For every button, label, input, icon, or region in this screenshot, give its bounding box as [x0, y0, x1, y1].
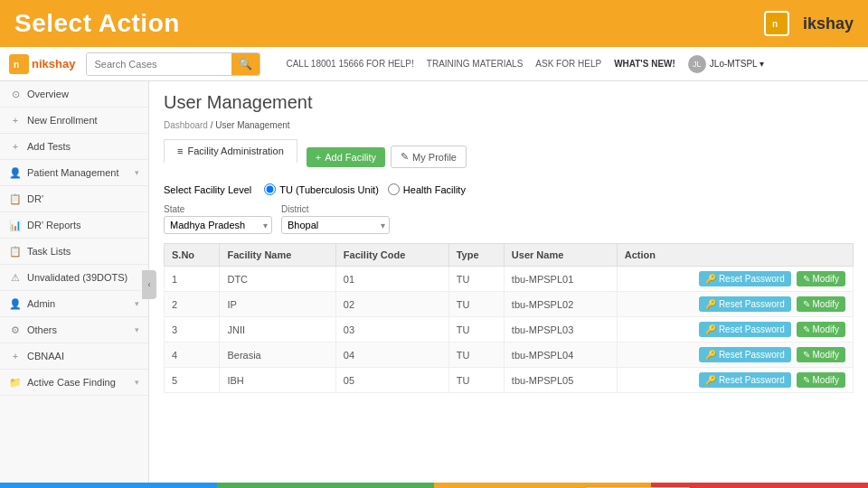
cell-facility-name: IP [220, 292, 335, 317]
modify-button[interactable]: ✎ Modify [797, 347, 845, 362]
sidebar-item-new-enrollment[interactable]: + New Enrollment [0, 108, 148, 134]
cell-sno: 5 [165, 368, 220, 393]
breadcrumb: Dashboard / User Management [164, 120, 854, 130]
sidebar-item-dr-reports[interactable]: 📊 DR' Reports [0, 212, 148, 239]
modify-button[interactable]: ✎ Modify [797, 296, 845, 312]
sidebar-collapse-button[interactable]: ‹ [142, 270, 156, 299]
user-menu[interactable]: JL JLo-MTSPL ▾ [688, 55, 764, 73]
modify-button[interactable]: ✎ Modify [797, 322, 845, 337]
sidebar-item-cbnaai[interactable]: + CBNAAI [0, 343, 148, 370]
district-select[interactable]: Bhopal [281, 216, 390, 234]
table-header-row: S.No Facility Name Facility Code Type Us… [165, 244, 854, 267]
dr-icon: 📋 [9, 192, 22, 205]
sidebar-label-admin: Admin [27, 298, 129, 309]
col-facility-name: Facility Name [220, 244, 335, 267]
sidebar-label-dr: DR' [27, 193, 139, 204]
nav-bar: n nikshay 🔍 CALL 18001 15666 FOR HELP! T… [0, 47, 868, 81]
radio-hf-input[interactable] [388, 183, 400, 195]
overview-icon: ⊙ [9, 88, 22, 100]
sidebar-label-active-case: Active Case Finding [27, 377, 129, 388]
facility-level-row: Select Facility Level TU (Tuberculosis U… [164, 183, 854, 195]
add-facility-label: Add Facility [325, 152, 376, 163]
user-label: JLo-MTSPL ▾ [710, 59, 764, 69]
page-title: User Management [164, 92, 854, 113]
nav-links: CALL 18001 15666 FOR HELP! TRAINING MATE… [286, 55, 859, 73]
search-button[interactable]: 🔍 [231, 53, 259, 75]
sidebar-item-unvalidated[interactable]: ⚠ Unvalidated (39DOTS) [0, 265, 148, 291]
state-label: State [164, 204, 272, 214]
radio-tu[interactable]: TU (Tuberculosis Unit) [264, 183, 379, 195]
top-banner: Select Action n nikshay [0, 0, 868, 47]
col-user-name: User Name [504, 244, 617, 267]
cell-sno: 4 [165, 343, 220, 368]
cell-action: 🔑 Reset Password ✎ Modify [617, 317, 853, 343]
svg-text:n: n [14, 60, 19, 70]
reset-password-button[interactable]: 🔑 Reset Password [699, 271, 791, 286]
cell-facility-name: DTC [220, 267, 335, 292]
warning-icon: ⚠ [9, 271, 22, 284]
tab-actions: + Add Facility ✎ My Profile [307, 145, 467, 168]
table-wrapper: S.No Facility Name Facility Code Type Us… [164, 243, 854, 393]
reset-password-button[interactable]: 🔑 Reset Password [699, 296, 791, 312]
sidebar-item-admin[interactable]: 👤 Admin ▾ [0, 291, 148, 317]
patient-icon: 👤 [9, 166, 22, 179]
sidebar-item-patient-management[interactable]: 👤 Patient Management ▾ [0, 160, 148, 186]
filter-row: State Madhya Pradesh District Bhopal [164, 204, 854, 234]
sidebar-item-overview[interactable]: ⊙ Overview [0, 81, 148, 108]
nav-logo-icon: n [9, 54, 29, 74]
reset-password-button[interactable]: 🔑 Reset Password [699, 322, 791, 337]
ask-link[interactable]: ASK FOR HELP [535, 59, 601, 69]
cell-sno: 2 [165, 292, 220, 317]
sidebar-item-active-case[interactable]: 📁 Active Case Finding ▾ [0, 370, 148, 396]
cell-action: 🔑 Reset Password ✎ Modify [617, 267, 853, 292]
tab-facility-administration[interactable]: ≡ Facility Administration [164, 139, 297, 164]
reset-password-button[interactable]: 🔑 Reset Password [699, 372, 791, 388]
table-head: S.No Facility Name Facility Code Type Us… [165, 244, 854, 267]
sidebar-item-dr[interactable]: 📋 DR' [0, 186, 148, 212]
facility-level-label: Select Facility Level [164, 184, 251, 195]
cell-user-name: tbu-MPSPL04 [504, 343, 617, 368]
bottom-bar [0, 483, 868, 488]
state-select-wrapper: Madhya Pradesh [164, 216, 272, 234]
modify-button[interactable]: ✎ Modify [797, 271, 845, 286]
search-container: 🔍 [86, 52, 260, 76]
reset-password-button[interactable]: 🔑 Reset Password [699, 347, 791, 362]
content-area: User Management Dashboard / User Managem… [149, 81, 868, 488]
table-row: 5 IBH 05 TU tbu-MPSPL05 🔑 Reset Password… [165, 368, 854, 393]
add-facility-button[interactable]: + Add Facility [307, 147, 385, 167]
radio-hf-label: Health Facility [403, 184, 466, 195]
sidebar-item-others[interactable]: ⚙ Others ▾ [0, 317, 148, 343]
whats-new-link[interactable]: WHAT'S NEW! [614, 59, 675, 69]
sidebar-label-cbnaai: CBNAAI [27, 351, 139, 361]
admin-icon: 👤 [9, 297, 22, 310]
cell-type: TU [448, 368, 504, 393]
training-link[interactable]: TRAINING MATERIALS [427, 59, 524, 69]
others-icon: ⚙ [9, 324, 22, 336]
cell-facility-name: IBH [220, 368, 335, 393]
state-filter-group: State Madhya Pradesh [164, 204, 272, 234]
call-link: CALL 18001 15666 FOR HELP! [286, 59, 413, 69]
cbnaai-icon: + [9, 350, 22, 362]
cell-action: 🔑 Reset Password ✎ Modify [617, 343, 853, 368]
cell-user-name: tbu-MPSPL01 [504, 267, 617, 292]
main-layout: ⊙ Overview + New Enrollment + Add Tests … [0, 81, 868, 488]
sidebar-label-tests: Add Tests [27, 141, 139, 152]
table-row: 2 IP 02 TU tbu-MPSPL02 🔑 Reset Password … [165, 292, 854, 317]
user-avatar: JL [688, 55, 706, 73]
my-profile-button[interactable]: ✎ My Profile [391, 145, 467, 168]
sidebar-item-task-lists[interactable]: 📋 Task Lists [0, 239, 148, 265]
cell-type: TU [448, 292, 504, 317]
radio-hf[interactable]: Health Facility [388, 183, 466, 195]
col-facility-code: Facility Code [335, 244, 448, 267]
reports-icon: 📊 [9, 219, 22, 231]
plus-icon-2: + [9, 140, 22, 153]
state-select[interactable]: Madhya Pradesh [164, 216, 272, 234]
tabs-row: ≡ Facility Administration + Add Facility… [164, 139, 854, 174]
modify-button[interactable]: ✎ Modify [797, 372, 845, 388]
sidebar-label-patient: Patient Management [27, 167, 129, 178]
sidebar-item-add-tests[interactable]: + Add Tests [0, 134, 148, 160]
radio-tu-input[interactable] [264, 183, 276, 195]
breadcrumb-dashboard[interactable]: Dashboard [164, 120, 208, 130]
table-row: 3 JNII 03 TU tbu-MPSPL03 🔑 Reset Passwor… [165, 317, 854, 343]
search-input[interactable] [87, 53, 231, 75]
